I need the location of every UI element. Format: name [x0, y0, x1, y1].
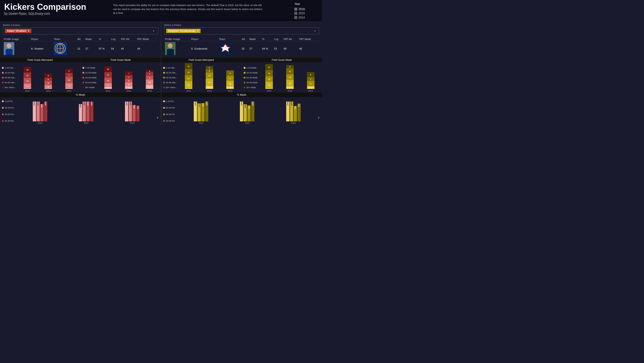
legend-made-1-19: 1-19 Made: [82, 67, 98, 69]
legend-dot-50plus: [2, 86, 4, 88]
left-pct-legend: 1-19 Pct 20-29 Pct 30-39 Pct 40-49 Pct: [2, 98, 16, 124]
left-fg-made-bars: 3 7 10 10 10 2014 4 8: [98, 63, 159, 92]
r-pct-legend-1-19: 1-19 Pct: [163, 100, 177, 102]
made-20-29-2016: 10: [146, 79, 153, 85]
r-legend-20-29-att: 20-29 Atte...: [163, 71, 178, 74]
right-fg-att-legend: 1-19 Atte... 20-29 Atte... 30-39 Atte...: [163, 63, 178, 92]
right-kicker-tag[interactable]: Stephen Gostkowski ×: [166, 29, 200, 33]
left-player-row: A. Vinatieri: [3, 41, 158, 56]
year-dot-2014: [294, 16, 297, 19]
col-player: Player: [30, 37, 53, 41]
left-dropdown-arrow[interactable]: ▾: [152, 28, 156, 33]
right-stats-table: Profile Image Player Team Att Made % Lng…: [164, 37, 320, 56]
year-2014[interactable]: 2014: [294, 16, 318, 19]
bar-50plus-2015: 8: [44, 73, 52, 78]
year-dot-2015: [294, 12, 297, 15]
right-pat-att: 49: [283, 41, 298, 56]
bar-1-19-2015: [44, 88, 52, 89]
made-50plus-2014: 10: [104, 66, 112, 72]
left-pct-2016: 100% 100% 83% 80% 2016: [110, 98, 154, 124]
left-fg-attempted-title: Field Goals Attempted: [0, 57, 80, 62]
right-kicker-remove[interactable]: ×: [197, 29, 199, 32]
year-2016[interactable]: 2016: [294, 7, 318, 11]
legend-40-49-att: 40-49 Atte...: [2, 81, 17, 84]
left-fg-attempted-chart: Field Goals Attempted 1-19 Atte... 20-29…: [0, 57, 80, 92]
right-scroll-indicator: ▼: [317, 98, 320, 124]
right-charts-row: Field Goals Attempted 1-19 Atte... 20-29…: [161, 57, 322, 92]
made-1-19-2015: 4: [125, 86, 132, 89]
r-legend-1-19-att: 1-19 Atte...: [163, 67, 178, 69]
legend-30-39-att: 30-39 Atte...: [2, 76, 17, 79]
year-label-2014: 2014: [25, 90, 30, 92]
r-legend-50plus-att: 50+ Attem...: [163, 86, 178, 89]
right-table-area: Profile Image Player Team Att Made % Lng…: [161, 36, 322, 57]
right-col-pct: %: [261, 37, 273, 41]
left-player-image: [4, 42, 14, 55]
right-col-made: Made: [248, 37, 262, 41]
right-fg-made-inner: 1-19 Made 20-29 Made 30-39 Made 40-: [242, 62, 322, 92]
left-stats-table: Profile Image Player Team Att Made % Lng…: [3, 37, 158, 56]
right-pct-2016-label: 2016: [291, 122, 296, 124]
r-legend-made-30-39: 30-39 Made: [244, 76, 259, 79]
svg-point-12: [168, 43, 172, 47]
right-fg-made-title: Field Goals Made: [242, 57, 322, 62]
col-profile: Profile Image: [3, 37, 30, 41]
bar-1-19-2016: [65, 88, 73, 89]
right-lng: 53: [273, 41, 283, 56]
right-col-profile: Profile Image: [164, 37, 190, 41]
made-50plus-2016: 3: [146, 70, 153, 72]
r-legend-40-49-att: 40-49 Atte...: [163, 81, 178, 84]
left-pct-2016-label: 2016: [130, 122, 134, 124]
right-att: 32: [241, 41, 248, 56]
left-fg-made-2016: 7 10 7 7 3 2016: [140, 70, 159, 92]
left-team-logo: [54, 42, 67, 55]
left-made: 27: [84, 41, 98, 56]
right-player-img-cell: [164, 41, 190, 56]
right-pct-2015: 100% 86% 80% 100% 2015: [225, 98, 269, 124]
left-fg-att-bars: 8 10 10 10 2014 5 8: [18, 63, 78, 92]
pct-legend-20-29: 20-29 Pct: [2, 107, 16, 109]
left-player-name: A. Vinatieri: [30, 41, 53, 56]
r-pct-legend-30-39: 30-39 Pct: [163, 113, 177, 115]
svg-rect-2: [6, 49, 13, 55]
right-selector-area: Select a Kicker... Stephen Gostkowski × …: [161, 22, 322, 36]
right-pat-made: 46: [298, 41, 319, 56]
year-2015[interactable]: 2015: [294, 12, 318, 15]
right-player-name: S. Gostkowski: [190, 41, 218, 56]
right-panel: Select a Kicker... Stephen Gostkowski × …: [161, 22, 322, 125]
right-fg-made-2016: 4 9 7 9 2016: [301, 72, 320, 92]
right-player-image: [165, 42, 176, 55]
right-fg-att-2014: 13 11 11 11 2014: [179, 63, 198, 92]
col-pct: %: [98, 37, 110, 41]
left-kicker-tag[interactable]: Adam Vinatieri ×: [5, 29, 31, 33]
year-label-2015: 2015: [46, 90, 50, 92]
pct-legend-40-49: 40-49 Pct: [2, 120, 16, 122]
bar-50plus-2014: 10: [24, 67, 31, 72]
left-fg-att-2015: 5 8 6 8 2015: [39, 73, 58, 92]
made-40-49-2014: 10: [104, 72, 112, 78]
left-fg-att-legend: 1-19 Atte... 20-29 Atte... 30-39 Atte...: [2, 63, 17, 92]
left-fg-att-2016: 9 12 7 8 2016: [60, 69, 79, 92]
page-header: Kickers Comparison by Dustin Ryan, SQLDu…: [0, 0, 322, 22]
right-made: 27: [248, 41, 262, 56]
left-panel: Select a Kicker... Adam Vinatieri × ▾ Pr…: [0, 22, 161, 125]
col-pat-att: PAT Att: [120, 37, 136, 41]
right-kicker-select[interactable]: Stephen Gostkowski × ▾: [164, 27, 320, 34]
legend-made-30-39: 30-39 Made: [82, 76, 98, 79]
subtitle: by Dustin Ryan, SQLDusty.com: [4, 12, 86, 15]
legend-made-20-29: 20-29 Made: [82, 71, 98, 74]
right-pct-2014-label: 2014: [199, 122, 203, 124]
made-30-39-2015: 6: [125, 79, 132, 82]
year-label-2016: 2016: [67, 90, 71, 92]
made-30-39-2016: 7: [146, 76, 153, 79]
bar-40-49-2015: 6: [44, 78, 52, 81]
left-kicker-remove[interactable]: ×: [28, 29, 30, 32]
right-pct-inner: 1-19 Pct 20-29 Pct 30-39 Pct 40-49 Pct: [161, 97, 322, 125]
right-dropdown-arrow[interactable]: ▾: [312, 28, 317, 33]
left-pct: 87 %: [98, 41, 110, 56]
made-40-49-2015: 7: [125, 75, 132, 79]
page-title: Kickers Comparison: [4, 2, 86, 12]
made-40-49-2016: 7: [146, 72, 153, 76]
svg-point-3: [7, 43, 11, 47]
left-kicker-select[interactable]: Adam Vinatieri × ▾: [3, 27, 158, 34]
